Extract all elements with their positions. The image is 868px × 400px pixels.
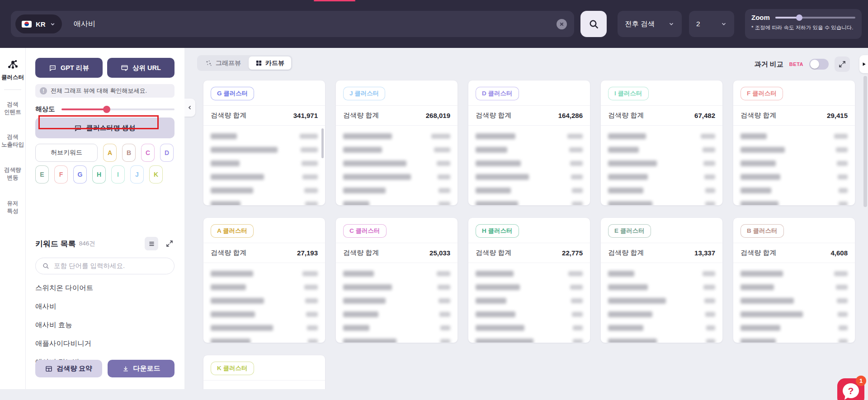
list-view-button[interactable] [145, 237, 158, 250]
cluster-letter-chip-f[interactable]: F [54, 165, 68, 184]
cluster-keyword-list [336, 126, 458, 205]
main-content: 그래프뷰 카드뷰 과거 비교 BETA G 클러스터 [184, 48, 868, 389]
blurred-keyword-row [476, 156, 583, 170]
nav-item-user-traits[interactable]: 유저 특성 [0, 200, 25, 215]
expand-keyword-list-button[interactable] [165, 239, 175, 249]
cluster-letter-chip-j[interactable]: J [130, 165, 144, 184]
resolution-slider[interactable] [61, 108, 175, 110]
nav-item-search-intent[interactable]: 검색 인텐트 [0, 101, 25, 116]
depth-dropdown[interactable]: 2 [689, 11, 734, 37]
nav-item-cluster[interactable]: 클러스터 [0, 59, 25, 81]
blurred-keyword-row [211, 307, 318, 321]
keyword-list-item[interactable]: 애사비 [35, 302, 175, 311]
keyword-list-item[interactable]: 스위치온 다이어트 [35, 283, 175, 293]
keyword-list-item[interactable]: 애사비 효능 [35, 320, 175, 330]
resolution-slider-thumb[interactable] [103, 106, 110, 113]
cluster-total-row: 검색량 합계 22,775 [468, 243, 590, 263]
cluster-badge[interactable]: E 클러스터 [608, 224, 651, 238]
cluster-badge[interactable]: B 클러스터 [741, 224, 784, 238]
expand-icon [839, 61, 846, 68]
nav-item-volume-change[interactable]: 검색량 변동 [0, 166, 25, 182]
nav-label: 검색 인텐트 [4, 101, 21, 116]
blurred-keyword-value [434, 147, 450, 152]
blurred-keyword-row [343, 321, 450, 334]
blurred-keyword-value [705, 202, 715, 206]
gpt-review-button[interactable]: GPT 리뷰 [35, 58, 103, 78]
cluster-card: K 클러스터 [203, 355, 326, 389]
download-button[interactable]: 다운로드 [108, 360, 175, 377]
cluster-side-panel: GPT 리뷰 상위 URL ! 전체 그래프 뷰에 대해 확인해보세요. 해상도… [26, 48, 184, 389]
blurred-keyword-text [211, 160, 240, 166]
blurred-keyword-row [211, 170, 318, 184]
cluster-letter-chip-i[interactable]: I [111, 165, 125, 184]
hub-keyword-button[interactable]: 허브키워드 [35, 144, 98, 162]
blurred-keyword-text [476, 298, 506, 304]
cluster-badge[interactable]: A 클러스터 [211, 224, 254, 238]
fullscreen-button[interactable] [835, 56, 850, 72]
blurred-keyword-value [304, 188, 318, 193]
collapse-panel-button[interactable] [184, 99, 195, 117]
cluster-card-header: E 클러스터 [601, 218, 722, 243]
keyword-list-item[interactable]: 애플사이다비니거 [35, 339, 175, 348]
card-scrollbar-thumb[interactable] [321, 128, 324, 158]
expand-right-panel-button[interactable] [859, 55, 868, 73]
top-url-button[interactable]: 상위 URL [107, 58, 175, 78]
expand-icon [166, 240, 173, 247]
cluster-badge[interactable]: H 클러스터 [476, 224, 519, 238]
nav-item-serp-type[interactable]: 검색 노출타입 [0, 133, 25, 149]
cluster-card: H 클러스터 검색량 합계 22,775 [468, 217, 590, 343]
cluster-letter-chip-k[interactable]: K [149, 165, 163, 184]
cluster-keyword-list [733, 263, 855, 343]
blurred-keyword-row [476, 197, 583, 205]
blurred-keyword-text [476, 160, 521, 166]
cluster-letter-chip-c[interactable]: C [141, 144, 155, 162]
cluster-letter-chip-a[interactable]: A [103, 144, 117, 162]
blurred-keyword-text [608, 174, 648, 180]
blurred-keyword-text [741, 298, 794, 304]
search-type-dropdown[interactable]: 전후 검색 [618, 11, 682, 37]
cluster-letter: F [59, 171, 63, 178]
total-label: 검색량 합계 [343, 111, 379, 120]
cluster-letter-chip-h[interactable]: H [92, 165, 106, 184]
cluster-network-icon [7, 59, 19, 71]
zoom-slider[interactable] [775, 17, 855, 19]
blurred-keyword-text [211, 284, 246, 290]
cluster-badge[interactable]: F 클러스터 [741, 87, 783, 100]
cluster-badge[interactable]: D 클러스터 [476, 87, 519, 100]
tab-label: 그래프뷰 [216, 59, 241, 67]
cluster-badge[interactable]: K 클러스터 [211, 362, 254, 375]
info-icon: ! [40, 87, 47, 94]
blurred-keyword-text [741, 201, 778, 206]
zoom-slider-thumb[interactable] [796, 14, 802, 21]
cluster-letter-chip-g[interactable]: G [73, 165, 87, 184]
cluster-badge[interactable]: C 클러스터 [343, 224, 387, 238]
tab-graph-view[interactable]: 그래프뷰 [198, 56, 248, 70]
keyword-search-input[interactable]: 포함 단어를 입력하세요. [35, 258, 175, 274]
search-bar[interactable]: KR 애사비 [11, 11, 574, 37]
blurred-keyword-row [343, 307, 450, 321]
cluster-letter: A [108, 149, 112, 156]
blurred-keyword-value [302, 174, 318, 179]
cluster-badge[interactable]: I 클러스터 [608, 87, 649, 100]
clear-search-button[interactable] [557, 19, 567, 29]
volume-summary-button[interactable]: 검색량 요약 [35, 360, 102, 377]
help-chat-button[interactable]: ? 1 [837, 378, 864, 400]
generate-cluster-name-button[interactable]: 클러스터명 생성 [35, 118, 175, 138]
cluster-letter-chip-b[interactable]: B [122, 144, 136, 162]
blurred-keyword-row [211, 143, 318, 156]
cluster-letter-chip-e[interactable]: E [35, 165, 49, 184]
tab-card-view[interactable]: 카드뷰 [249, 56, 291, 70]
search-query-text[interactable]: 애사비 [74, 19, 95, 29]
past-compare-toggle[interactable] [809, 59, 829, 70]
cluster-badge[interactable]: J 클러스터 [343, 87, 385, 100]
grid-icon [255, 60, 262, 66]
blurred-keyword-text [343, 339, 396, 343]
search-button[interactable] [580, 11, 607, 37]
country-selector[interactable]: KR [15, 14, 62, 33]
blurred-keyword-text [211, 311, 255, 317]
main-scrollbar-thumb[interactable] [863, 76, 867, 207]
blurred-keyword-row [211, 294, 318, 307]
blurred-keyword-row [476, 307, 583, 321]
cluster-badge[interactable]: G 클러스터 [211, 87, 254, 100]
cluster-letter-chip-d[interactable]: D [160, 144, 174, 162]
